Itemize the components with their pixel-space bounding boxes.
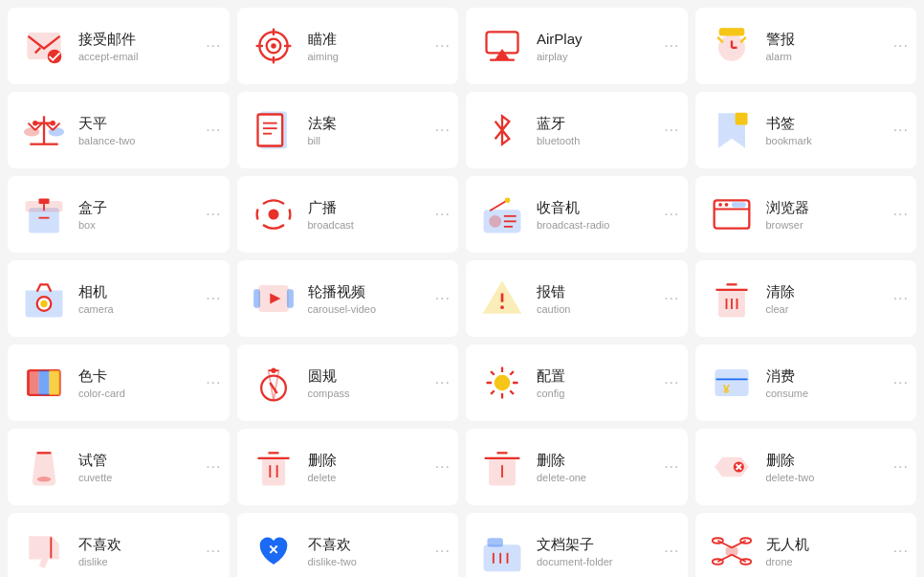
alarm-more-button[interactable]: ··· [893, 38, 909, 54]
card-accept-email: 接受邮件accept-email··· [8, 8, 230, 84]
consume-en: consume [766, 388, 906, 399]
config-en: config [537, 388, 676, 399]
color-card-en: color-card [78, 388, 218, 399]
carousel-video-cn: 轮播视频 [308, 282, 448, 301]
carousel-video-more-button[interactable]: ··· [435, 291, 451, 306]
bill-more-button[interactable]: ··· [435, 122, 451, 138]
card-delete-two: 删除delete-two··· [695, 429, 917, 505]
consume-more-button[interactable]: ··· [893, 375, 909, 390]
card-aiming: 瞄准aiming··· [237, 8, 459, 84]
camera-more-button[interactable]: ··· [206, 291, 221, 306]
color-card-more-button[interactable]: ··· [206, 375, 221, 390]
svg-point-113 [740, 538, 751, 544]
caution-icon [477, 274, 527, 323]
delete-one-text: 删除delete-one [537, 451, 676, 483]
drone-icon [707, 526, 757, 576]
dislike-two-en: dislike-two [308, 556, 448, 567]
svg-point-114 [712, 559, 722, 565]
svg-line-108 [717, 541, 732, 547]
carousel-video-icon [249, 274, 298, 323]
balance-two-more-button[interactable]: ··· [206, 122, 221, 138]
bluetooth-more-button[interactable]: ··· [664, 122, 679, 138]
cuvette-text: 试管cuvette [78, 451, 218, 483]
delete-one-more-button[interactable]: ··· [664, 459, 679, 475]
caution-cn: 报错 [537, 282, 676, 301]
delete-two-en: delete-two [766, 472, 906, 483]
compass-text: 圆规compass [308, 366, 448, 399]
dislike-more-button[interactable]: ··· [206, 544, 221, 559]
svg-point-56 [40, 300, 47, 307]
browser-more-button[interactable]: ··· [893, 207, 909, 222]
cuvette-more-button[interactable]: ··· [206, 459, 221, 475]
config-more-button[interactable]: ··· [664, 375, 679, 390]
broadcast-icon [249, 189, 298, 239]
aiming-cn: 瞄准 [308, 30, 448, 49]
box-more-button[interactable]: ··· [206, 207, 221, 222]
box-cn: 盒子 [78, 198, 218, 217]
dislike-cn: 不喜欢 [78, 535, 218, 554]
aiming-more-button[interactable]: ··· [435, 38, 451, 54]
caution-more-button[interactable]: ··· [664, 291, 679, 306]
dislike-text: 不喜欢dislike [78, 535, 218, 567]
color-card-icon [19, 358, 69, 408]
card-delete-one: 删除delete-one··· [466, 429, 688, 505]
bookmark-icon [707, 105, 757, 155]
card-bill: 法案bill··· [237, 92, 459, 168]
card-carousel-video: 轮播视频carousel-video··· [237, 260, 459, 337]
caution-en: caution [537, 303, 676, 315]
camera-cn: 相机 [78, 282, 218, 301]
compass-more-button[interactable]: ··· [435, 375, 451, 390]
clear-more-button[interactable]: ··· [893, 291, 909, 306]
aiming-text: 瞄准aiming [308, 30, 448, 62]
camera-en: camera [78, 303, 218, 315]
card-camera: 相机camera··· [8, 260, 230, 337]
drone-cn: 无人机 [766, 535, 906, 554]
svg-point-112 [712, 538, 722, 544]
config-icon [477, 358, 527, 408]
airplay-more-button[interactable]: ··· [664, 38, 679, 54]
cuvette-en: cuvette [78, 472, 218, 483]
dislike-two-more-button[interactable]: ··· [435, 544, 451, 559]
delete-cn: 删除 [308, 451, 448, 470]
clear-icon [707, 274, 757, 323]
card-consume: ¥ 消费consume··· [695, 344, 917, 421]
svg-point-20 [33, 121, 38, 126]
broadcast-radio-more-button[interactable]: ··· [664, 207, 679, 222]
card-dislike: 不喜欢dislike··· [8, 513, 230, 577]
document-folder-more-button[interactable]: ··· [664, 544, 679, 559]
delete-more-button[interactable]: ··· [435, 459, 451, 475]
carousel-video-en: carousel-video [308, 303, 448, 315]
bookmark-more-button[interactable]: ··· [893, 122, 909, 138]
card-airplay: AirPlayairplay··· [466, 8, 688, 84]
svg-point-79 [271, 367, 276, 373]
clear-cn: 清除 [766, 282, 906, 301]
balance-two-text: 天平balance-two [78, 114, 218, 146]
consume-text: 消费consume [766, 366, 906, 399]
consume-icon: ¥ [707, 358, 757, 408]
accept-email-more-button[interactable]: ··· [206, 38, 221, 54]
color-card-text: 色卡color-card [78, 366, 218, 399]
delete-two-more-button[interactable]: ··· [893, 459, 909, 475]
alarm-text: 警报alarm [766, 30, 906, 62]
broadcast-more-button[interactable]: ··· [435, 207, 451, 222]
dislike-icon [19, 526, 69, 576]
aiming-en: aiming [308, 51, 448, 62]
card-compass: 圆规compass··· [237, 344, 459, 421]
aiming-icon [249, 21, 298, 71]
config-text: 配置config [537, 366, 676, 399]
dislike-en: dislike [78, 556, 218, 567]
svg-rect-41 [39, 199, 50, 205]
svg-point-53 [724, 203, 728, 207]
broadcast-radio-text: 收音机broadcast-radio [537, 198, 676, 231]
document-folder-en: document-folder [537, 556, 676, 567]
svg-point-63 [500, 305, 504, 309]
consume-cn: 消费 [766, 366, 906, 386]
card-delete: 删除delete··· [237, 429, 459, 505]
drone-more-button[interactable]: ··· [893, 544, 909, 559]
dislike-two-cn: 不喜欢 [308, 535, 448, 554]
alarm-icon [707, 21, 757, 71]
delete-two-text: 删除delete-two [766, 451, 906, 483]
card-caution: 报错caution··· [466, 260, 688, 337]
card-drone: 无人机drone··· [695, 513, 917, 577]
broadcast-radio-icon [477, 189, 527, 239]
